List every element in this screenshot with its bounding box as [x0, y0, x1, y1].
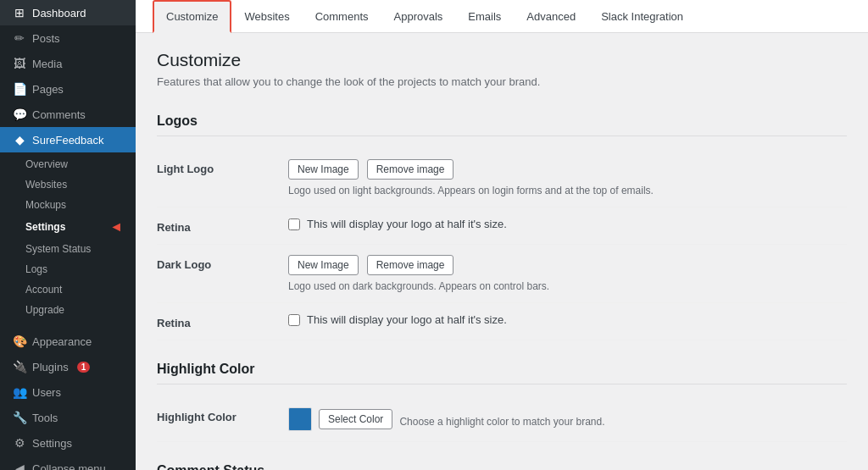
tab-websites[interactable]: Websites — [231, 1, 302, 32]
highlight-color-row: Highlight Color Select Color Choose a hi… — [157, 397, 847, 442]
sidebar-item-tools[interactable]: 🔧 Tools — [0, 405, 136, 430]
retina-dark-control: This will display your logo at half it's… — [288, 313, 847, 326]
sidebar-sub-upgrade[interactable]: Upgrade — [0, 300, 136, 320]
main-content: Customize Websites Comments Approvals Em… — [136, 0, 868, 470]
dark-logo-row: Dark Logo New Image Remove image Logo us… — [157, 245, 847, 303]
page-title: Customize — [157, 50, 847, 70]
retina-light-desc: This will display your logo at half it's… — [307, 218, 507, 230]
highlight-color-description: Choose a highlight color to match your b… — [399, 416, 604, 428]
retina-light-label: Retina — [157, 218, 288, 234]
sidebar-item-label: Comments — [32, 108, 86, 121]
page-description: Features that allow you to change the lo… — [157, 75, 847, 88]
tab-customize[interactable]: Customize — [153, 0, 231, 33]
posts-icon: ✏ — [13, 31, 26, 45]
tabs-bar: Customize Websites Comments Approvals Em… — [136, 0, 868, 33]
sidebar-item-posts[interactable]: ✏ Posts — [0, 25, 136, 51]
sidebar-item-label: SureFeedback — [32, 134, 104, 147]
sidebar-item-label: Users — [32, 386, 61, 399]
light-logo-new-image-button[interactable]: New Image — [288, 159, 359, 180]
tools-icon: 🔧 — [13, 411, 26, 424]
sidebar-item-collapse[interactable]: ◀ Collapse menu — [0, 456, 136, 470]
sidebar-item-label: Posts — [32, 32, 60, 45]
sidebar-sub-mockups[interactable]: Mockups — [0, 195, 136, 215]
sidebar-sub-settings[interactable]: Settings ◄ — [0, 215, 136, 239]
tab-websites-label: Websites — [244, 10, 289, 23]
settings-arrow: ◄ — [109, 219, 123, 235]
sidebar-item-comments[interactable]: 💬 Comments — [0, 102, 136, 127]
collapse-icon: ◀ — [13, 462, 26, 470]
sidebar-item-label: Plugins — [32, 361, 69, 373]
dark-logo-control: New Image Remove image Logo used on dark… — [288, 255, 847, 292]
users-icon: 👥 — [13, 385, 26, 399]
appearance-icon: 🎨 — [13, 335, 26, 348]
tab-comments[interactable]: Comments — [303, 1, 381, 32]
highlight-color-swatch[interactable] — [288, 407, 312, 431]
sidebar-item-dashboard[interactable]: ⊞ Dashboard — [0, 0, 136, 25]
light-logo-remove-image-button[interactable]: Remove image — [367, 159, 454, 180]
retina-light-checkbox-label: This will display your logo at half it's… — [288, 218, 847, 230]
retina-light-row: Retina This will display your logo at ha… — [157, 207, 847, 245]
highlight-color-label: Highlight Color — [157, 407, 288, 423]
dark-logo-new-image-button[interactable]: New Image — [288, 255, 359, 275]
sidebar-item-pages[interactable]: 📄 Pages — [0, 76, 136, 102]
tab-comments-label: Comments — [315, 10, 369, 23]
light-logo-description: Logo used on light backgrounds. Appears … — [288, 185, 847, 196]
logos-section-title: Logos — [157, 105, 847, 136]
sidebar-item-label: Settings — [32, 437, 72, 450]
plugins-badge: 1 — [77, 362, 91, 373]
sidebar-item-label: Tools — [32, 412, 58, 424]
tab-slack[interactable]: Slack Integration — [588, 1, 696, 32]
tab-emails[interactable]: Emails — [455, 1, 514, 32]
collapse-label: Collapse menu — [32, 462, 106, 471]
plugins-icon: 🔌 — [13, 360, 26, 373]
tab-emails-label: Emails — [468, 10, 501, 23]
sidebar-sub-system-status[interactable]: System Status — [0, 239, 136, 259]
sidebar-item-media[interactable]: 🖼 Media — [0, 51, 136, 76]
light-logo-row: Light Logo New Image Remove image Logo u… — [157, 149, 847, 207]
sidebar-item-surefeedback[interactable]: ◆ SureFeedback — [0, 127, 136, 152]
comments-icon: 💬 — [13, 108, 26, 121]
tab-approvals[interactable]: Approvals — [381, 1, 456, 32]
surefeedback-icon: ◆ — [13, 133, 26, 147]
light-logo-label: Light Logo — [157, 159, 288, 175]
retina-dark-row: Retina This will display your logo at ha… — [157, 303, 847, 340]
sidebar-item-label: Media — [32, 58, 62, 70]
dashboard-icon: ⊞ — [13, 6, 26, 19]
sidebar-sub-settings-label: Settings — [25, 221, 65, 233]
dark-logo-buttons: New Image Remove image — [288, 255, 847, 275]
light-logo-control: New Image Remove image Logo used on ligh… — [288, 159, 847, 196]
tab-customize-label: Customize — [166, 10, 218, 23]
sidebar-item-settings-main[interactable]: ⚙ Settings — [0, 430, 136, 456]
retina-dark-desc: This will display your logo at half it's… — [307, 313, 507, 326]
retina-light-control: This will display your logo at half it's… — [288, 218, 847, 230]
highlight-color-select-button[interactable]: Select Color — [319, 409, 392, 429]
sidebar-item-appearance[interactable]: 🎨 Appearance — [0, 329, 136, 354]
surefeedback-submenu: Overview Websites Mockups Settings ◄ Sys… — [0, 152, 136, 322]
dark-logo-label: Dark Logo — [157, 255, 288, 271]
retina-dark-label: Retina — [157, 313, 288, 329]
sidebar-sub-websites[interactable]: Websites — [0, 174, 136, 195]
sidebar-item-label: Pages — [32, 83, 64, 96]
sidebar-sub-overview[interactable]: Overview — [0, 154, 136, 174]
settings-main-icon: ⚙ — [13, 436, 26, 450]
sidebar: ⊞ Dashboard ✏ Posts 🖼 Media 📄 Pages 💬 Co… — [0, 0, 136, 470]
highlight-color-control: Select Color Choose a highlight color to… — [288, 407, 847, 431]
retina-dark-checkbox[interactable] — [288, 314, 300, 326]
light-logo-buttons: New Image Remove image — [288, 159, 847, 180]
sidebar-item-plugins[interactable]: 🔌 Plugins 1 — [0, 354, 136, 379]
sidebar-sub-account[interactable]: Account — [0, 279, 136, 300]
sidebar-item-label: Appearance — [32, 335, 92, 348]
tab-advanced-label: Advanced — [526, 10, 576, 23]
tab-advanced[interactable]: Advanced — [514, 1, 588, 32]
dark-logo-remove-image-button[interactable]: Remove image — [367, 255, 454, 275]
sidebar-item-users[interactable]: 👥 Users — [0, 379, 136, 405]
content-area: Customize Features that allow you to cha… — [136, 33, 868, 470]
comment-status-section-title: Comment Status — [157, 455, 847, 470]
retina-light-checkbox[interactable] — [288, 218, 300, 230]
highlight-color-picker-row: Select Color Choose a highlight color to… — [288, 407, 847, 431]
media-icon: 🖼 — [13, 57, 26, 70]
sidebar-sub-logs[interactable]: Logs — [0, 259, 136, 279]
tab-approvals-label: Approvals — [394, 10, 443, 23]
tab-slack-label: Slack Integration — [601, 10, 683, 23]
pages-icon: 📄 — [13, 82, 26, 96]
